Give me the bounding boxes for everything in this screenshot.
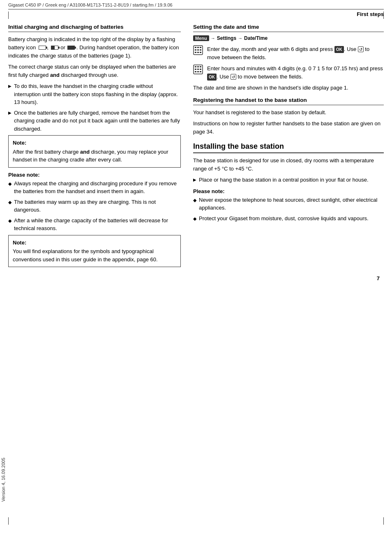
date-time-footer: The date and time are shown in the hands… — [193, 84, 384, 92]
svg-rect-19 — [200, 71, 201, 72]
initial-charging-section: Initial charging and discharging of batt… — [8, 24, 181, 168]
triangle-bullet-icon-3: ▶ — [193, 177, 196, 184]
date-entry-desc: Enter the day, month and year with 6 dig… — [207, 45, 384, 61]
installing-title: Installing the base station — [193, 142, 384, 151]
bullet-never-expose: ◆ Never expose the telephone to heat sou… — [193, 196, 384, 212]
right-column: Setting the date and time Menu → Setting… — [193, 24, 384, 271]
svg-rect-3 — [200, 47, 201, 48]
menu-path: Menu → Settings → Date/Time — [193, 35, 384, 41]
note-box-1: Note: After the first battery charge and… — [8, 135, 181, 168]
bullet-protect-gigaset: ◆ Protect your Gigaset from moisture, du… — [193, 214, 384, 223]
svg-rect-18 — [197, 71, 199, 72]
svg-rect-5 — [197, 49, 199, 51]
ok-button-2: OK — [207, 74, 217, 81]
installing-section: Installing the base station The base sta… — [193, 142, 384, 222]
note-title-2: Note: — [13, 239, 176, 247]
registering-title: Registering the handset to the base stat… — [193, 97, 384, 103]
svg-rect-1 — [195, 47, 196, 48]
installing-please-note-title: Please note: — [193, 188, 384, 194]
bullet-once-charged: ▶ Once the batteries are fully charged, … — [8, 109, 181, 133]
version-text: Version 4, 16.09.2005 — [1, 458, 6, 502]
diamond-bullet-icon-4: ◆ — [193, 197, 196, 212]
keypad-icon-2 — [193, 65, 203, 76]
left-column: Initial charging and discharging of batt… — [8, 24, 181, 271]
please-note-title: Please note: — [8, 172, 181, 178]
datetime-label: Date/Time — [244, 35, 267, 41]
settings-label: Settings — [217, 35, 236, 41]
svg-rect-9 — [200, 52, 201, 53]
bullet-batteries-warm: ◆ The batteries may warm up as they are … — [8, 198, 181, 214]
time-entry-desc: Enter hours and minutes with 4 digits (e… — [207, 65, 384, 81]
installing-please-note: Please note: ◆ Never expose the telephon… — [193, 188, 384, 223]
svg-rect-7 — [195, 52, 196, 53]
bullet-charge-capacity: ◆ After a while the charge capacity of t… — [8, 217, 181, 233]
page-number: 7 — [0, 271, 392, 281]
diamond-bullet-icon-1: ◆ — [8, 180, 12, 196]
note-box-2: Note: You will find explanations for the… — [8, 235, 181, 267]
initial-charging-title: Initial charging and discharging of batt… — [8, 24, 181, 30]
svg-rect-13 — [200, 66, 201, 67]
diamond-bullet-icon-3: ◆ — [8, 217, 12, 233]
ok-button-1: OK — [334, 46, 344, 53]
bullet-leave-handset: ▶ To do this, leave the handset in the c… — [8, 82, 181, 106]
charge-status-para: The correct charge status can only be di… — [8, 63, 181, 79]
battery-icons-inline: , or — [37, 44, 76, 51]
svg-rect-8 — [197, 52, 199, 53]
nav-button-1: ↺ — [358, 46, 364, 52]
menu-button-label: Menu — [193, 35, 209, 41]
svg-rect-16 — [200, 69, 201, 70]
time-entry-row: Enter hours and minutes with 4 digits (e… — [193, 65, 384, 81]
keypad-icon-1 — [193, 45, 203, 57]
svg-rect-11 — [195, 66, 196, 67]
header-text: Gigaset C450 IP / Greek eng / A31008-M17… — [8, 2, 173, 7]
page-header: Gigaset C450 IP / Greek eng / A31008-M17… — [0, 0, 392, 9]
date-entry-row: Enter the day, month and year with 6 dig… — [193, 45, 384, 61]
svg-rect-17 — [195, 71, 196, 72]
arrow-1: → — [211, 36, 215, 41]
triangle-bullet-icon: ▶ — [8, 83, 12, 106]
date-time-section: Setting the date and time Menu → Setting… — [193, 24, 384, 92]
svg-rect-4 — [195, 49, 196, 51]
svg-rect-6 — [200, 49, 201, 51]
section-label: First steps — [0, 9, 392, 20]
svg-rect-15 — [197, 69, 199, 70]
battery-charging-para1: Battery charging is indicated in the top… — [8, 35, 181, 60]
bullet-repeat-charging: ◆ Always repeat the charging and dischar… — [8, 180, 181, 196]
note-title-1: Note: — [13, 139, 176, 147]
registering-para2: Instructions on how to register further … — [193, 120, 384, 136]
triangle-bullet-icon-2: ▶ — [8, 110, 12, 133]
registering-para1: Your handset is registered to the base s… — [193, 108, 384, 117]
svg-rect-2 — [197, 47, 199, 48]
svg-rect-12 — [197, 66, 199, 67]
svg-rect-14 — [195, 69, 196, 70]
arrow-2: → — [238, 36, 242, 41]
date-time-title: Setting the date and time — [193, 24, 384, 30]
diamond-bullet-icon-2: ◆ — [8, 199, 12, 214]
diamond-bullet-icon-5: ◆ — [193, 215, 196, 223]
bullet-place-base: ▶ Place or hang the base station in a ce… — [193, 176, 384, 184]
registering-section: Registering the handset to the base stat… — [193, 97, 384, 136]
please-note-section: Please note: ◆ Always repeat the chargin… — [8, 172, 181, 267]
installing-para: The base station is designed for use in … — [193, 157, 384, 173]
nav-button-2: ↺ — [231, 74, 236, 80]
